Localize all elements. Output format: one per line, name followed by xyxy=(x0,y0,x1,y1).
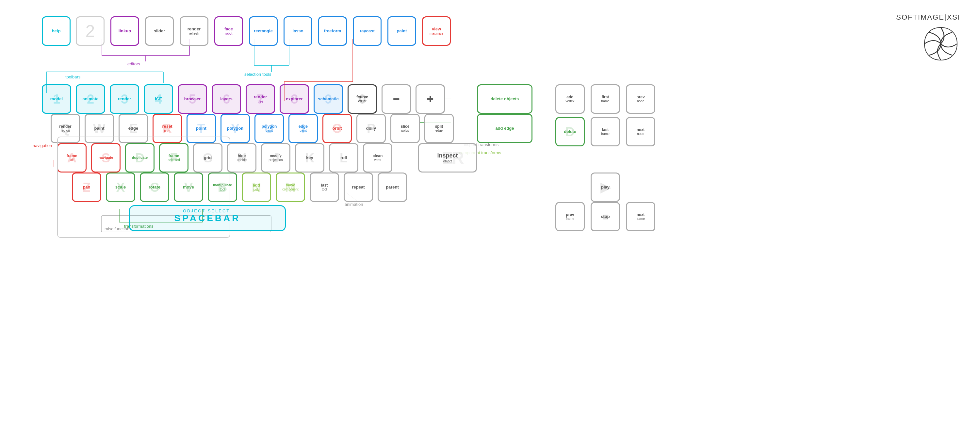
key-rectangle[interactable]: rectangle xyxy=(249,16,278,46)
key-repeat[interactable]: repeat xyxy=(344,173,373,202)
key-label: render xyxy=(254,94,267,100)
key-freeform[interactable]: freeform xyxy=(318,16,347,46)
key-dolly[interactable]: P dolly xyxy=(356,114,386,143)
key-render[interactable]: 3 render xyxy=(110,84,139,114)
key-last-frame[interactable]: last frame xyxy=(590,117,620,146)
key-edge[interactable]: E edge xyxy=(119,114,148,143)
key-next-node[interactable]: next node xyxy=(626,117,655,146)
key-label: help xyxy=(52,29,61,33)
key-face-robot[interactable]: face robot xyxy=(214,16,243,46)
key-sub: verts xyxy=(374,158,381,162)
key-help[interactable]: help xyxy=(42,16,70,46)
key-raycast[interactable]: raycast xyxy=(353,16,382,46)
key-label: paint xyxy=(396,29,407,33)
key-label: scale xyxy=(115,184,126,190)
key-label: next xyxy=(637,127,645,132)
key-label: delete xyxy=(564,129,576,134)
key-prev-frame[interactable]: prev frame xyxy=(555,202,585,231)
key-fcurve-editor[interactable]: 0 fcurve editor xyxy=(348,84,377,114)
key-add-vertex[interactable]: add vertex xyxy=(555,84,585,114)
key-label: rectangle xyxy=(254,29,273,33)
key-render-refresh[interactable]: render refresh xyxy=(180,16,208,46)
key-label: delete objects xyxy=(491,96,519,102)
key-sub: robot xyxy=(225,32,232,36)
key-paint[interactable]: paint xyxy=(387,16,416,46)
key-move-component[interactable]: M move component xyxy=(276,173,305,202)
key-label: animate xyxy=(82,96,98,102)
key-minus[interactable]: − xyxy=(382,84,411,114)
key-label: dolly xyxy=(366,126,376,131)
key-slider[interactable]: slider xyxy=(145,16,174,46)
key-next-frame[interactable]: next frame xyxy=(626,202,655,231)
key-grid[interactable]: G grid xyxy=(193,143,223,173)
key-clean-verts[interactable]: clean verts xyxy=(363,143,392,173)
key-delete[interactable]: D delete xyxy=(555,117,585,146)
key-render-tree[interactable]: 7 render tree xyxy=(246,84,275,114)
key-label: grid xyxy=(204,155,212,161)
key-schematic[interactable]: 9 schematic xyxy=(313,84,343,114)
key-label: inspect xyxy=(437,152,458,159)
key-label: add edge xyxy=(495,126,514,131)
key-delete-objects[interactable]: delete objects xyxy=(477,84,533,114)
key-label: model xyxy=(50,96,63,102)
key-pan[interactable]: Z pan xyxy=(72,173,101,202)
key-label: orbit xyxy=(332,126,342,131)
key-hide-unhide[interactable]: H hide unhide xyxy=(227,143,256,173)
key-prev-node[interactable]: prev node xyxy=(626,84,655,114)
key-move[interactable]: V move xyxy=(174,173,203,202)
key-play[interactable]: ▶ play xyxy=(590,173,620,202)
key-split-edge[interactable]: split edge xyxy=(424,114,454,143)
key-scale[interactable]: X scale xyxy=(106,173,135,202)
key-label: first xyxy=(602,95,609,99)
key-polygon[interactable]: Y polygon xyxy=(221,114,250,143)
key-layers[interactable]: 6 layers xyxy=(212,84,241,114)
key-rotate[interactable]: C rotate xyxy=(140,173,169,202)
key-label: hide xyxy=(238,154,246,158)
key-ice[interactable]: 4 ICE xyxy=(144,84,173,114)
key-label: last xyxy=(602,127,609,132)
object-select-label: OBJECT SELECT xyxy=(183,208,230,213)
key-reset-cam[interactable]: R reset cam xyxy=(153,114,182,143)
key-label: point xyxy=(196,126,207,131)
key-linkup[interactable]: linkup xyxy=(110,16,139,46)
key-paint2[interactable]: W paint xyxy=(84,114,114,143)
key-point[interactable]: T point xyxy=(186,114,216,143)
key-orbit[interactable]: O orbit xyxy=(323,114,352,143)
key-label: layers xyxy=(220,96,232,102)
key-roll[interactable]: L roll xyxy=(329,143,358,173)
key-duplicate[interactable]: D duplicate xyxy=(125,143,154,173)
key-modify-projection[interactable]: J modify projection xyxy=(261,143,290,173)
key-model[interactable]: 1 model xyxy=(42,84,71,114)
key-sub: maximize xyxy=(430,32,443,36)
key-stop[interactable]: ■ stop xyxy=(590,202,620,231)
key-last-tool[interactable]: last tool xyxy=(310,173,339,202)
key-plus[interactable]: + xyxy=(415,84,445,114)
key-navigate[interactable]: S navigate xyxy=(91,143,121,173)
key-label: next xyxy=(637,212,645,217)
key-render-region[interactable]: Q render region xyxy=(51,114,80,143)
key-explorer[interactable]: 8 explorer xyxy=(280,84,309,114)
key-frame-selected[interactable]: F frame selected xyxy=(159,143,188,173)
key-lasso[interactable]: lasso xyxy=(283,16,312,46)
key-frame-all[interactable]: A frame all xyxy=(57,143,87,173)
key-label: navigate xyxy=(99,156,113,160)
key-slice-polys[interactable]: slice polys xyxy=(390,114,420,143)
key-browser[interactable]: 5 browser xyxy=(178,84,207,114)
key-view-maximize[interactable]: view maximize xyxy=(422,16,451,46)
key-2[interactable]: 2 xyxy=(76,16,105,46)
key-label: duplicate xyxy=(132,156,148,160)
key-label: edge xyxy=(299,124,308,129)
key-inspect-object[interactable]: E R inspect object xyxy=(418,143,477,173)
key-first-frame[interactable]: first frame xyxy=(590,84,620,114)
key-edge-paint[interactable]: I edge paint xyxy=(288,114,318,143)
key-label: render xyxy=(59,124,71,129)
key-add-poly[interactable]: N add poly xyxy=(242,173,271,202)
key-label: frame xyxy=(169,154,179,158)
key-sub: vertex xyxy=(565,99,574,103)
key-parent[interactable]: parent xyxy=(378,173,407,202)
key-manipulate-tool[interactable]: B manipulate tool xyxy=(208,173,237,202)
key-add-edge[interactable]: add edge xyxy=(477,114,533,143)
key-animate[interactable]: 2 animate xyxy=(76,84,105,114)
key-key[interactable]: K key xyxy=(295,143,325,173)
key-polygon-paint[interactable]: U polygon paint xyxy=(255,114,284,143)
